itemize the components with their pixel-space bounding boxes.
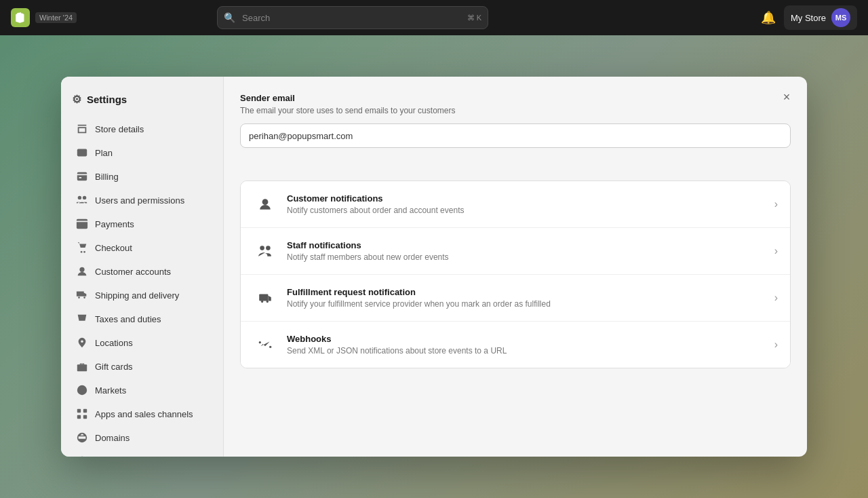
sidebar-item-customer-events[interactable]: Customer events xyxy=(65,450,219,457)
apps-icon xyxy=(76,408,88,420)
topbar: Winter '24 🔍 ⌘ K 🔔 My Store MS xyxy=(0,0,868,35)
sidebar-item-payments-label: Payments xyxy=(95,219,134,229)
customer-notifications-title: Customer notifications xyxy=(287,193,774,204)
avatar: MS xyxy=(831,8,850,27)
sidebar-item-checkout-label: Checkout xyxy=(95,243,132,253)
shopify-logo-icon xyxy=(11,8,30,27)
markets-icon xyxy=(76,384,88,396)
staff-notifications-desc: Notify staff members about new order eve… xyxy=(287,252,774,262)
svg-point-15 xyxy=(267,301,269,303)
svg-rect-11 xyxy=(83,415,87,419)
svg-rect-13 xyxy=(259,294,268,301)
store-icon xyxy=(76,123,88,135)
sidebar-item-apps-label: Apps and sales channels xyxy=(95,409,193,419)
close-button[interactable]: × xyxy=(777,88,796,107)
users-icon xyxy=(76,194,88,206)
sidebar-item-store-details[interactable]: Store details xyxy=(65,117,219,140)
sidebar-item-store-details-label: Store details xyxy=(95,124,144,134)
notification-bell-icon[interactable]: 🔔 xyxy=(761,10,776,25)
search-shortcut: ⌘ K xyxy=(467,14,481,22)
svg-point-5 xyxy=(83,296,85,299)
sidebar-item-domains[interactable]: Domains xyxy=(65,426,219,449)
sidebar-item-plan-label: Plan xyxy=(95,148,113,158)
sidebar-item-taxes-label: Taxes and duties xyxy=(95,314,161,324)
staff-notifications-title: Staff notifications xyxy=(287,240,774,250)
sender-email-description: The email your store uses to send emails… xyxy=(240,106,791,115)
webhooks-icon xyxy=(253,332,277,357)
fulfillment-request-text: Fulfillment request notification Notify … xyxy=(287,287,774,309)
domains-icon xyxy=(76,432,88,444)
svg-point-17 xyxy=(269,346,271,348)
webhooks-title: Webhooks xyxy=(287,334,774,344)
staff-notifications-arrow-icon: › xyxy=(774,245,778,257)
notification-cards-container: Customer notifications Notify customers … xyxy=(240,180,791,368)
topbar-right: 🔔 My Store MS xyxy=(761,5,857,30)
sidebar-header: ⚙ Settings xyxy=(61,88,223,117)
sidebar-item-taxes-and-duties[interactable]: Taxes and duties xyxy=(65,307,219,330)
settings-modal: ⚙ Settings Store details Plan xyxy=(61,77,807,457)
staff-notifications-text: Staff notifications Notify staff members… xyxy=(287,240,774,262)
svg-point-16 xyxy=(259,341,261,343)
sidebar-item-apps-and-sales-channels[interactable]: Apps and sales channels xyxy=(65,402,219,425)
webhooks-card[interactable]: Webhooks Send XML or JSON notifications … xyxy=(241,322,790,368)
sender-email-input[interactable] xyxy=(240,123,791,148)
sidebar-item-checkout[interactable]: Checkout xyxy=(65,236,219,259)
checkout-icon xyxy=(76,242,88,254)
winter-badge: Winter '24 xyxy=(35,12,77,23)
fulfillment-request-card[interactable]: Fulfillment request notification Notify … xyxy=(241,275,790,322)
customer-notifications-card[interactable]: Customer notifications Notify customers … xyxy=(241,181,790,228)
svg-rect-9 xyxy=(83,409,87,413)
staff-notifications-card[interactable]: Staff notifications Notify staff members… xyxy=(241,228,790,275)
fulfillment-request-desc: Notify your fulfillment service provider… xyxy=(287,299,774,309)
sidebar-item-customer-accounts-label: Customer accounts xyxy=(95,267,171,277)
svg-point-4 xyxy=(78,296,80,299)
customer-notifications-desc: Notify customers about order and account… xyxy=(287,206,774,215)
sidebar-item-customer-events-label: Customer events xyxy=(95,457,161,457)
sidebar-item-shipping-and-delivery[interactable]: Shipping and delivery xyxy=(65,284,219,307)
sidebar-item-markets[interactable]: Markets xyxy=(65,379,219,402)
fulfillment-request-arrow-icon: › xyxy=(774,292,778,304)
svg-rect-10 xyxy=(77,415,81,419)
webhooks-desc: Send XML or JSON notifications about sto… xyxy=(287,346,774,356)
shipping-icon xyxy=(76,289,88,301)
customer-notifications-arrow-icon: › xyxy=(774,198,778,210)
svg-rect-6 xyxy=(77,364,87,371)
sidebar-title: Settings xyxy=(87,94,127,105)
svg-point-14 xyxy=(261,301,263,303)
sidebar-item-markets-label: Markets xyxy=(95,385,126,396)
sidebar-item-payments[interactable]: Payments xyxy=(65,212,219,235)
sidebar-item-customer-accounts[interactable]: Customer accounts xyxy=(65,260,219,283)
gift-cards-icon xyxy=(76,360,88,372)
fulfillment-request-icon xyxy=(253,286,277,310)
main-content: × Sender email The email your store uses… xyxy=(224,77,807,457)
customer-notifications-text: Customer notifications Notify customers … xyxy=(287,193,774,215)
payments-icon xyxy=(76,218,88,230)
svg-point-12 xyxy=(262,199,269,205)
svg-rect-8 xyxy=(77,409,81,413)
sidebar-item-users-and-permissions[interactable]: Users and permissions xyxy=(65,189,219,212)
store-name: My Store xyxy=(791,13,826,23)
customer-notifications-icon xyxy=(253,192,277,216)
customer-events-icon xyxy=(76,455,88,457)
customer-accounts-icon xyxy=(76,265,88,277)
sidebar-item-billing-label: Billing xyxy=(95,172,119,182)
sidebar-item-gift-cards-label: Gift cards xyxy=(95,362,133,372)
svg-point-1 xyxy=(81,251,83,253)
sidebar-item-gift-cards[interactable]: Gift cards xyxy=(65,355,219,378)
search-input[interactable] xyxy=(217,6,488,29)
sender-email-label: Sender email xyxy=(240,93,791,103)
sender-email-section: Sender email The email your store uses t… xyxy=(240,93,791,164)
webhooks-arrow-icon: › xyxy=(774,339,778,351)
fulfillment-request-title: Fulfillment request notification xyxy=(287,287,774,297)
sidebar-item-locations-label: Locations xyxy=(95,338,133,348)
search-bar[interactable]: 🔍 ⌘ K xyxy=(217,6,488,29)
store-badge[interactable]: My Store MS xyxy=(784,5,857,30)
settings-gear-icon: ⚙ xyxy=(72,93,81,106)
svg-point-2 xyxy=(83,251,85,253)
sidebar-item-domains-label: Domains xyxy=(95,433,130,443)
sidebar-item-billing[interactable]: Billing xyxy=(65,165,219,188)
sidebar-item-locations[interactable]: Locations xyxy=(65,331,219,354)
sidebar-item-plan[interactable]: Plan xyxy=(65,141,219,164)
plan-icon xyxy=(76,147,88,159)
sidebar-item-shipping-label: Shipping and delivery xyxy=(95,290,179,301)
